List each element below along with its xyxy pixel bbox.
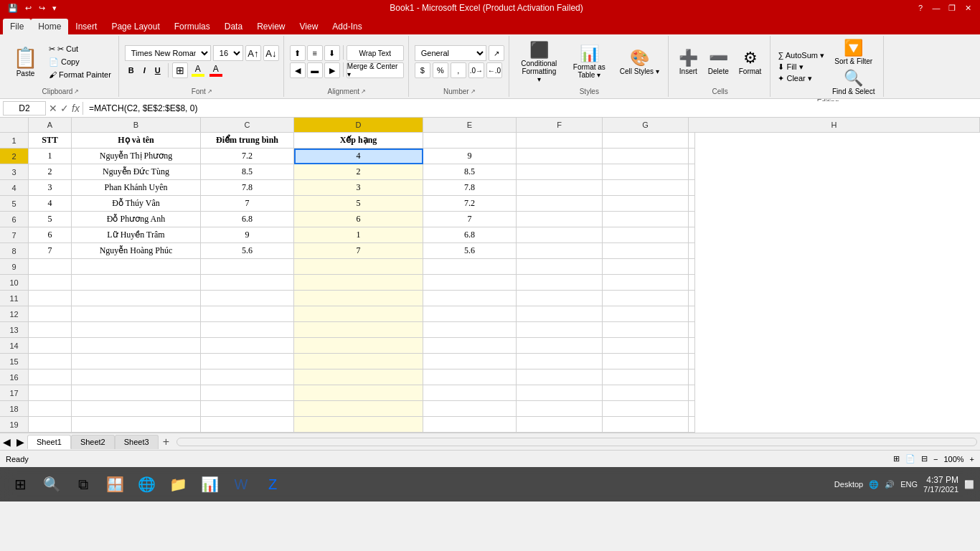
cell-F12[interactable] — [517, 306, 603, 322]
cell-B1[interactable]: Họ và tên — [72, 133, 201, 149]
clipboard-expand-icon[interactable]: ↗ — [74, 88, 79, 95]
cell-reference-input[interactable] — [3, 101, 46, 116]
cell-G7[interactable] — [603, 227, 689, 243]
row-header-2[interactable]: 2 — [0, 149, 29, 164]
cell-B14[interactable] — [72, 338, 201, 354]
cell-D2[interactable]: 4 — [294, 149, 423, 164]
volume-icon[interactable]: 🔊 — [885, 480, 895, 489]
row-header-19[interactable]: 19 — [0, 417, 29, 433]
cell-B7[interactable]: Lữ Huyền Trâm — [72, 227, 201, 243]
cell-H7[interactable] — [689, 227, 695, 243]
cell-C17[interactable] — [201, 385, 294, 401]
cell-D19[interactable] — [294, 417, 423, 433]
cell-G18[interactable] — [603, 401, 689, 417]
cell-E12[interactable] — [423, 306, 517, 322]
view-break-btn[interactable]: ⊟ — [921, 454, 928, 463]
cell-C1[interactable]: Điểm trung bình — [201, 133, 294, 149]
cell-H17[interactable] — [689, 385, 695, 401]
cell-E7[interactable]: 6.8 — [423, 227, 517, 243]
cell-G12[interactable] — [603, 306, 689, 322]
row-header-9[interactable]: 9 — [0, 259, 29, 275]
col-header-c[interactable]: C — [201, 118, 294, 132]
row-header-8[interactable]: 8 — [0, 243, 29, 259]
cell-D3[interactable]: 2 — [294, 164, 423, 180]
cell-G14[interactable] — [603, 338, 689, 354]
cell-B5[interactable]: Đỗ Thúy Vân — [72, 196, 201, 212]
minimize-btn[interactable]: — — [930, 3, 943, 13]
cell-H10[interactable] — [689, 275, 695, 291]
tab-review[interactable]: Review — [250, 19, 292, 34]
cell-B16[interactable] — [72, 369, 201, 385]
cell-D15[interactable] — [294, 354, 423, 369]
cell-B11[interactable] — [72, 291, 201, 306]
cell-F10[interactable] — [517, 275, 603, 291]
widgets-btn[interactable]: 🪟 — [100, 470, 129, 499]
percent-btn[interactable]: % — [433, 62, 448, 78]
find-select-btn[interactable]: 🔍 Find & Select — [828, 67, 879, 97]
cell-B18[interactable] — [72, 401, 201, 417]
explorer-btn[interactable]: 📁 — [164, 470, 192, 499]
view-normal-btn[interactable]: ⊞ — [893, 454, 900, 463]
cell-D11[interactable] — [294, 291, 423, 306]
cell-C7[interactable]: 9 — [201, 227, 294, 243]
align-center-btn[interactable]: ▬ — [307, 62, 323, 78]
cell-H1[interactable] — [689, 133, 695, 149]
cell-D9[interactable] — [294, 259, 423, 275]
align-bottom-btn[interactable]: ⬇ — [324, 45, 340, 61]
cell-E14[interactable] — [423, 338, 517, 354]
cell-G15[interactable] — [603, 354, 689, 369]
cell-C15[interactable] — [201, 354, 294, 369]
cell-F19[interactable] — [517, 417, 603, 433]
cell-B17[interactable] — [72, 385, 201, 401]
row-header-11[interactable]: 11 — [0, 291, 29, 306]
cell-A2[interactable]: 1 — [29, 149, 72, 164]
col-header-b[interactable]: B — [72, 118, 201, 132]
select-all-corner[interactable] — [0, 118, 29, 132]
save-quick-btn[interactable]: 💾 — [6, 4, 20, 13]
conditional-formatting-btn[interactable]: ⬛ Conditional Formatting ▾ — [515, 39, 563, 85]
cell-B19[interactable] — [72, 417, 201, 433]
cell-G6[interactable] — [603, 212, 689, 227]
cell-H15[interactable] — [689, 354, 695, 369]
comma-btn[interactable]: , — [451, 62, 466, 78]
cell-D5[interactable]: 5 — [294, 196, 423, 212]
lang-indicator[interactable]: ENG — [900, 480, 918, 489]
cell-B3[interactable]: Nguyễn Đức Tùng — [72, 164, 201, 180]
row-header-17[interactable]: 17 — [0, 385, 29, 401]
cell-A6[interactable]: 5 — [29, 212, 72, 227]
cell-A18[interactable] — [29, 401, 72, 417]
decrease-decimal-btn[interactable]: ←.0 — [486, 62, 502, 78]
cell-D4[interactable]: 3 — [294, 180, 423, 196]
cell-D13[interactable] — [294, 322, 423, 338]
increase-font-btn[interactable]: A↑ — [245, 45, 261, 61]
wrap-text-btn[interactable]: Wrap Text — [347, 45, 404, 61]
border-btn[interactable]: ⊞ — [172, 62, 188, 78]
cut-button[interactable]: ✂ ✂ Cut — [46, 43, 114, 55]
cell-F1[interactable] — [517, 133, 603, 149]
cell-C16[interactable] — [201, 369, 294, 385]
font-expand-icon[interactable]: ↗ — [207, 88, 212, 95]
bold-button[interactable]: B — [125, 65, 138, 76]
zoom-out-btn[interactable]: − — [933, 455, 938, 463]
sheet-scroll-left-btn[interactable]: ◀ — [0, 436, 14, 448]
row-header-15[interactable]: 15 — [0, 354, 29, 369]
insert-cells-btn[interactable]: ➕ Insert — [674, 47, 702, 77]
redo-quick-btn[interactable]: ↪ — [37, 4, 47, 13]
cell-B13[interactable] — [72, 322, 201, 338]
cell-C2[interactable]: 7.2 — [201, 149, 294, 164]
row-header-5[interactable]: 5 — [0, 196, 29, 212]
currency-btn[interactable]: $ — [415, 62, 430, 78]
cell-B10[interactable] — [72, 275, 201, 291]
col-header-e[interactable]: E — [423, 118, 517, 132]
increase-decimal-btn[interactable]: .0→ — [468, 62, 484, 78]
cell-H11[interactable] — [689, 291, 695, 306]
insert-function-icon[interactable]: fx — [72, 103, 80, 114]
cell-D1[interactable]: Xếp hạng — [294, 133, 423, 149]
align-middle-btn[interactable]: ≡ — [307, 45, 323, 61]
cell-E1[interactable] — [423, 133, 517, 149]
cell-C14[interactable] — [201, 338, 294, 354]
sheet-scroll-right-btn[interactable]: ▶ — [14, 436, 27, 448]
cell-styles-btn[interactable]: 🎨 Cell Styles ▾ — [616, 47, 664, 77]
add-sheet-btn[interactable]: + — [159, 435, 174, 448]
number-expand-icon[interactable]: ↗ — [471, 88, 476, 95]
